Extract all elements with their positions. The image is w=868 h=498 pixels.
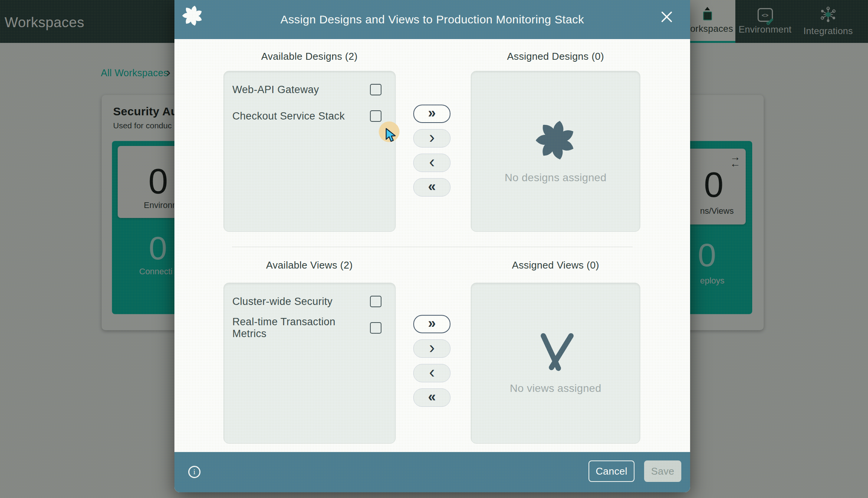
- list-item-design[interactable]: Checkout Service Stack: [232, 104, 381, 128]
- assigned-views-title: Assigned Views (0): [512, 259, 599, 271]
- assign-designs-views-dialog: Assign Designs and Views to Production M…: [174, 0, 690, 492]
- list-item-view[interactable]: Cluster-wide Security: [232, 289, 381, 314]
- views-logo-icon: [535, 332, 576, 372]
- chevron-left-icon: ‹: [429, 153, 435, 172]
- double-chevron-left-icon: «: [428, 390, 436, 405]
- dialog-header: Assign Designs and Views to Production M…: [174, 0, 690, 39]
- chevron-right-icon: ›: [429, 339, 435, 358]
- view-checkbox[interactable]: [370, 322, 381, 334]
- empty-text: No designs assigned: [505, 172, 607, 184]
- move-right-button[interactable]: ›: [413, 129, 450, 147]
- assigned-views-panel: No views assigned: [471, 283, 640, 444]
- assigned-designs-title: Assigned Designs (0): [507, 51, 604, 62]
- designs-transfer-controls: » › ‹ «: [413, 105, 450, 197]
- list-item-view[interactable]: Real-time Transaction Metrics: [232, 316, 381, 340]
- chevron-right-icon: ›: [429, 129, 435, 148]
- double-chevron-left-icon: «: [428, 180, 436, 195]
- view-checkbox[interactable]: [370, 296, 381, 307]
- move-left-button[interactable]: ‹: [413, 364, 450, 382]
- double-chevron-right-icon: »: [428, 106, 436, 121]
- move-all-right-button[interactable]: »: [413, 315, 450, 333]
- meshery-logo-icon: [181, 5, 204, 27]
- dialog-title: Assign Designs and Views to Production M…: [281, 13, 584, 26]
- view-label: Real-time Transaction Metrics: [232, 316, 370, 340]
- no-designs-empty-state: No designs assigned: [471, 71, 640, 231]
- chevron-left-icon: ‹: [429, 364, 435, 383]
- move-all-right-button[interactable]: »: [413, 105, 450, 123]
- available-views-list: Cluster-wide Security Real-time Transact…: [224, 283, 396, 444]
- available-designs-title: Available Designs (2): [261, 51, 358, 62]
- views-transfer-controls: » › ‹ «: [413, 315, 450, 407]
- empty-text: No views assigned: [510, 382, 602, 395]
- move-right-button[interactable]: ›: [413, 339, 450, 358]
- view-label: Cluster-wide Security: [232, 296, 332, 308]
- move-all-left-button[interactable]: «: [413, 388, 450, 407]
- meshery-logo-icon: [534, 119, 577, 162]
- double-chevron-right-icon: »: [428, 316, 436, 332]
- design-label: Web-API Gateway: [232, 84, 319, 96]
- section-divider: [232, 247, 633, 247]
- cursor-pointer-icon: [385, 128, 399, 143]
- no-views-empty-state: No views assigned: [471, 283, 640, 443]
- available-views-title: Available Views (2): [266, 259, 353, 271]
- cancel-button[interactable]: Cancel: [589, 460, 635, 482]
- assigned-designs-panel: No designs assigned: [471, 71, 640, 232]
- design-checkbox[interactable]: [370, 84, 381, 95]
- save-button: Save: [644, 460, 681, 482]
- design-checkbox[interactable]: [370, 110, 381, 122]
- info-icon[interactable]: i: [188, 466, 201, 478]
- available-designs-list: Web-API Gateway Checkout Service Stack: [224, 71, 396, 232]
- move-all-left-button[interactable]: «: [413, 178, 450, 197]
- dialog-footer: i Cancel Save: [174, 452, 690, 492]
- design-label: Checkout Service Stack: [232, 110, 345, 122]
- move-left-button[interactable]: ‹: [413, 154, 450, 172]
- screen: Workspaces Workspaces <> Environment: [0, 0, 868, 498]
- close-icon[interactable]: [661, 11, 672, 23]
- list-item-design[interactable]: Web-API Gateway: [232, 77, 381, 102]
